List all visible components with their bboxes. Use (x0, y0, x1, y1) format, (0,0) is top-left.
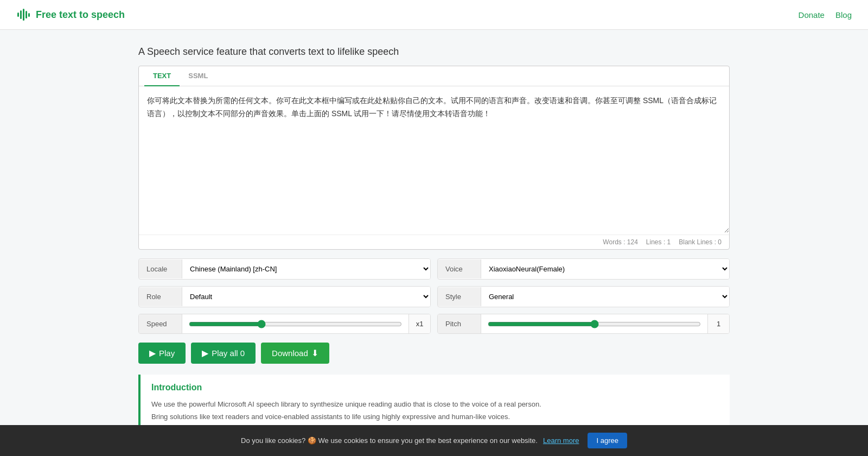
intro-line-1: We use the powerful Microsoft AI speech … (151, 398, 719, 410)
play-all-button[interactable]: ▶ Play all 0 (191, 343, 256, 364)
cookie-text: Do you like cookies? 🍪 We use cookies to… (241, 436, 538, 445)
play-button[interactable]: ▶ Play (138, 343, 186, 364)
main-content: A Speech service feature that converts t… (127, 30, 741, 456)
speed-slider-container (182, 320, 409, 328)
svg-rect-2 (23, 9, 24, 21)
pitch-label: Pitch (438, 314, 481, 333)
locale-select[interactable]: Chinese (Mainland) [zh-CN] English (US) … (182, 259, 430, 279)
logo[interactable]: Free text to speech (16, 7, 125, 22)
speed-value: x1 (409, 314, 430, 333)
locale-control: Locale Chinese (Mainland) [zh-CN] Englis… (138, 258, 431, 280)
editor-stats: Words : 124 Lines : 1 Blank Lines : 0 (139, 235, 729, 249)
logo-icon (16, 7, 31, 22)
svg-rect-4 (28, 13, 30, 17)
words-stat: Words : 124 (603, 238, 638, 246)
voice-label: Voice (438, 259, 481, 278)
pitch-value: 1 (707, 314, 729, 333)
tab-text[interactable]: TEXT (144, 66, 180, 86)
speed-label: Speed (139, 314, 182, 333)
play-all-icon: ▶ (202, 348, 208, 358)
role-select[interactable]: Default Narrator (182, 287, 430, 307)
blank-lines-stat: Blank Lines : 0 (679, 238, 722, 246)
style-control: Style General Cheerful Sad (437, 286, 730, 307)
voice-select[interactable]: XiaoxiaoNeural(Female) YunxiNeural(Male) (481, 259, 729, 279)
intro-line-2: Bring solutions like text readers and vo… (151, 410, 719, 423)
style-select[interactable]: General Cheerful Sad (481, 287, 729, 307)
role-label: Role (139, 287, 182, 306)
speed-control: Speed x1 (138, 314, 431, 334)
header: Free text to speech Donate Blog (0, 0, 868, 30)
play-icon: ▶ (149, 348, 156, 358)
buttons-row: ▶ Play ▶ Play all 0 Download ⬇ (138, 343, 730, 364)
editor-tabs: TEXT SSML (139, 66, 729, 86)
header-nav: Donate Blog (799, 10, 852, 20)
style-label: Style (438, 287, 481, 306)
cookie-banner: Do you like cookies? 🍪 We use cookies to… (0, 425, 868, 456)
pitch-control: Pitch 1 (437, 314, 730, 334)
tab-ssml[interactable]: SSML (180, 66, 216, 86)
voice-control: Voice XiaoxiaoNeural(Female) YunxiNeural… (437, 258, 730, 280)
editor-container: TEXT SSML 你可将此文本替换为所需的任何文本。你可在此文本框中编写或在此… (138, 66, 730, 250)
svg-rect-0 (17, 12, 19, 17)
text-input[interactable]: 你可将此文本替换为所需的任何文本。你可在此文本框中编写或在此处粘贴你自己的文本。… (139, 86, 729, 233)
blog-link[interactable]: Blog (835, 10, 852, 20)
download-icon: ⬇ (311, 348, 318, 358)
agree-button[interactable]: I agree (588, 433, 627, 448)
lines-stat: Lines : 1 (646, 238, 671, 246)
svg-rect-3 (25, 11, 27, 18)
logo-text: Free text to speech (36, 9, 125, 21)
page-subtitle: A Speech service feature that converts t… (138, 46, 730, 58)
learn-more-link[interactable]: Learn more (543, 436, 579, 445)
download-button[interactable]: Download ⬇ (261, 343, 329, 364)
pitch-slider-container (481, 320, 707, 328)
pitch-slider[interactable] (488, 320, 701, 328)
introduction-title: Introduction (151, 383, 719, 392)
donate-link[interactable]: Donate (799, 10, 825, 20)
locale-label: Locale (139, 259, 182, 278)
speed-slider[interactable] (189, 320, 402, 328)
controls-grid: Locale Chinese (Mainland) [zh-CN] Englis… (138, 258, 730, 334)
svg-rect-1 (20, 10, 22, 19)
role-control: Role Default Narrator (138, 286, 431, 307)
